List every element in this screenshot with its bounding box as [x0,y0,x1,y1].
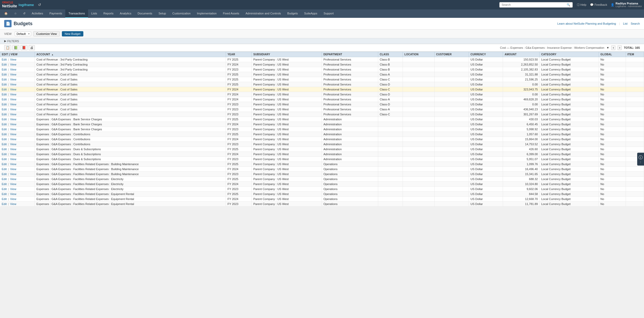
print-button[interactable]: 🖨 [29,45,35,50]
edit-link[interactable]: Edit [2,68,7,71]
view-link[interactable]: View [10,143,16,146]
view-link[interactable]: View [10,113,16,116]
learn-about-link[interactable]: Learn about NetSuite Planning and Budget… [557,22,616,25]
view-link[interactable]: View [10,98,16,101]
edit-link[interactable]: Edit [2,138,7,141]
search-bar[interactable]: 🔍 [499,2,573,8]
feedback-button[interactable]: 💬 Feedback [590,3,607,7]
view-link[interactable]: View [10,83,16,86]
edit-link[interactable]: Edit [2,78,7,81]
col-account[interactable]: ACCOUNT ▲ [35,52,226,57]
edit-link[interactable]: Edit [2,182,7,186]
nav-reports[interactable]: Reports [100,9,117,18]
edit-link[interactable]: Edit [2,128,7,131]
nav-documents[interactable]: Documents [134,9,155,18]
view-link[interactable]: View [10,78,16,81]
prev-page-button[interactable]: ‹ [611,45,615,50]
nav-refresh[interactable]: ↺ [20,9,29,18]
view-link[interactable]: View [10,93,16,96]
edit-link[interactable]: Edit [2,63,7,66]
edit-link[interactable]: Edit [2,113,7,116]
next-page-button[interactable]: › [618,45,622,50]
view-link[interactable]: View [10,197,16,201]
nav-implementation[interactable]: Implementation [194,9,220,18]
view-link[interactable]: View [10,187,16,191]
nav-fixed-assets[interactable]: Fixed Assets [220,9,242,18]
nav-support[interactable]: Support [320,9,337,18]
search-input[interactable] [502,3,566,6]
edit-link[interactable]: Edit [2,177,7,181]
edit-link[interactable]: Edit [2,133,7,136]
view-link[interactable]: View [10,202,16,206]
nav-suiteapps[interactable]: SuiteApps [301,9,320,18]
customize-view-button[interactable]: Customize View [33,31,60,36]
view-link[interactable]: View [10,133,16,136]
edit-link[interactable]: Edit [2,202,7,206]
edit-link[interactable]: Edit [2,98,7,101]
view-link[interactable]: View [10,163,16,166]
view-link[interactable]: View [10,148,16,151]
edit-link[interactable]: Edit [2,123,7,126]
view-link[interactable]: View [10,182,16,186]
edit-link[interactable]: Edit [2,163,7,166]
view-link[interactable]: View [10,168,16,171]
nav-setup[interactable]: Setup [155,9,169,18]
nav-home[interactable]: 🏠 [1,9,11,18]
user-menu[interactable]: 👤 Raditya Pratama Logiframe - Administra… [611,2,642,8]
info-panel-button[interactable]: ⓘ ⋮ [637,153,644,165]
view-link[interactable]: View [10,68,16,71]
edit-link[interactable]: Edit [2,168,7,171]
view-link[interactable]: View [10,118,16,121]
edit-link[interactable]: Edit [2,148,7,151]
edit-link[interactable]: Edit [2,197,7,201]
nav-admin-controls[interactable]: Administration and Controls [242,9,284,18]
filters-toggle[interactable]: ▶ FILTERS [4,39,19,43]
view-link[interactable]: View [10,192,16,196]
view-link[interactable]: View [10,108,16,111]
edit-link[interactable]: Edit [2,88,7,91]
view-select-wrapper[interactable]: Default [15,31,31,36]
view-link[interactable]: View [10,128,16,131]
edit-link[interactable]: Edit [2,173,7,176]
view-link[interactable]: View [10,63,16,66]
history-icon[interactable]: ↺ [38,3,41,7]
view-select[interactable]: Default [15,31,31,36]
edit-link[interactable]: Edit [2,153,7,156]
nav-analytics[interactable]: Analytics [117,9,134,18]
nav-lists[interactable]: Lists [88,9,100,18]
nav-star[interactable]: ☆ [11,9,20,18]
nav-customization[interactable]: Customization [169,9,194,18]
list-link[interactable]: List [623,22,627,25]
view-link[interactable]: View [10,158,16,161]
edit-link[interactable]: Edit [2,187,7,191]
pdf-button[interactable]: 📕 [20,45,28,50]
edit-link[interactable]: Edit [2,118,7,121]
nav-activities[interactable]: Activities [29,9,46,18]
view-link[interactable]: View [10,103,16,106]
edit-link[interactable]: Edit [2,108,7,111]
edit-link[interactable]: Edit [2,158,7,161]
copy-button[interactable]: 📋 [4,45,11,50]
edit-link[interactable]: Edit [2,58,7,61]
search-link[interactable]: Search [631,22,640,25]
edit-link[interactable]: Edit [2,83,7,86]
nav-payments[interactable]: Payments [46,9,65,18]
edit-link[interactable]: Edit [2,103,7,106]
view-link[interactable]: View [10,88,16,91]
edit-link[interactable]: Edit [2,192,7,196]
view-link[interactable]: View [10,58,16,61]
view-link[interactable]: View [10,153,16,156]
csv-button[interactable]: 📗 [12,45,19,50]
nav-budgets[interactable]: Budgets [284,9,301,18]
edit-link[interactable]: Edit [2,93,7,96]
view-link[interactable]: View [10,123,16,126]
nav-transactions[interactable]: Transactions [65,9,88,18]
help-button[interactable]: ⓘ Help [577,3,587,7]
view-link[interactable]: View [10,138,16,141]
view-link[interactable]: View [10,177,16,181]
new-budget-button[interactable]: New Budget [62,31,83,36]
view-link[interactable]: View [10,173,16,176]
view-link[interactable]: View [10,73,16,76]
edit-link[interactable]: Edit [2,143,7,146]
edit-link[interactable]: Edit [2,73,7,76]
